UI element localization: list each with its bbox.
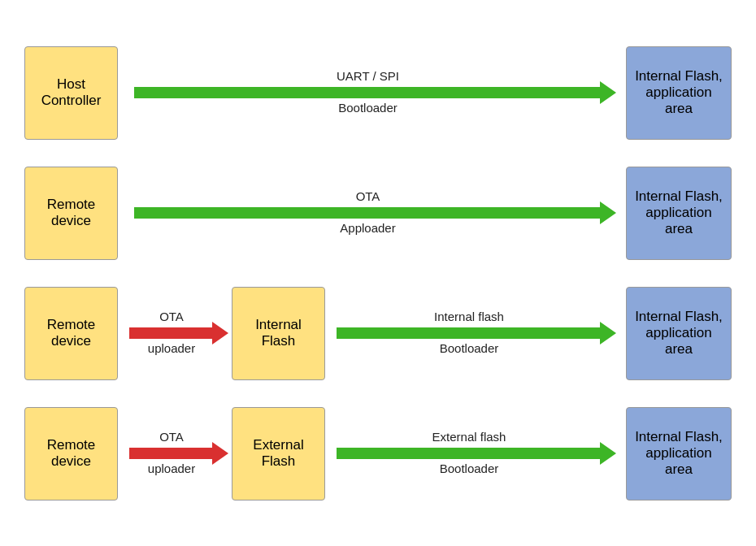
mid-box-4: External Flash	[232, 407, 325, 500]
diagram: Host Controller UART / SPI Bootloader In…	[0, 24, 756, 522]
arrow2-line-3	[337, 326, 602, 340]
green-arrow-1	[134, 87, 602, 98]
arrow-2: OTA Apploader	[118, 188, 626, 238]
arrow2-3: Internal flash Bootloader	[325, 309, 626, 358]
source-label-2: Remote device	[47, 197, 96, 229]
green-arrow-2	[134, 207, 602, 219]
row-2: Remote device OTA Apploader Internal Fla…	[24, 160, 732, 266]
arrow1-label-bottom-4: uploader	[148, 461, 195, 477]
arrow1-label-top-4: OTA	[159, 429, 184, 445]
dest-box-3: Internal Flash, application area	[626, 287, 732, 380]
dest-box-4: Internal Flash, application area	[626, 407, 732, 500]
mid-label-4: External Flash	[253, 437, 303, 470]
arrow1-4: OTA uploader	[118, 429, 232, 479]
arrow2-4: External flash Bootloader	[325, 429, 626, 479]
source-label-3: Remote device	[47, 317, 96, 349]
dest-label-2: Internal Flash, application area	[635, 188, 723, 237]
arrow1-3: OTA uploader	[118, 309, 232, 358]
red-arrow-3	[129, 327, 214, 339]
green-arrow-3	[337, 327, 602, 339]
arrow2-label-bottom-4: Bootloader	[440, 461, 499, 477]
dest-label-1: Internal Flash, application area	[635, 68, 723, 117]
dest-label-4: Internal Flash, application area	[635, 429, 723, 478]
arrow2-label-top-3: Internal flash	[434, 309, 504, 325]
source-box-4: Remote device	[24, 407, 118, 500]
red-arrow-4	[129, 448, 214, 459]
arrow2-label-bottom-3: Bootloader	[440, 340, 499, 357]
row-1: Host Controller UART / SPI Bootloader In…	[24, 40, 732, 145]
source-box-1: Host Controller	[24, 46, 118, 140]
arrow-line-1	[134, 85, 602, 100]
source-box-2: Remote device	[24, 167, 118, 260]
arrow-label-top-1: UART / SPI	[337, 68, 399, 84]
arrow-label-top-2: OTA	[356, 188, 380, 205]
mid-box-3: Internal Flash	[232, 287, 325, 380]
mid-label-3: Internal Flash	[255, 317, 302, 349]
arrow-label-bottom-2: Apploader	[340, 220, 395, 236]
arrow2-line-4	[337, 446, 602, 461]
row-3: Remote device OTA uploader Internal Flas…	[24, 280, 732, 386]
dest-label-3: Internal Flash, application area	[635, 309, 723, 358]
arrow-label-bottom-1: Bootloader	[338, 100, 398, 116]
arrow1-line-3	[129, 326, 214, 340]
green-arrow-4	[337, 448, 602, 459]
source-box-3: Remote device	[24, 287, 118, 380]
arrow1-label-top-3: OTA	[159, 309, 184, 325]
dest-box-1: Internal Flash, application area	[626, 46, 732, 140]
row-4: Remote device OTA uploader External Flas…	[24, 401, 732, 506]
arrow1-label-bottom-3: uploader	[148, 340, 195, 357]
arrow2-label-top-4: External flash	[432, 429, 506, 445]
dest-box-2: Internal Flash, application area	[626, 167, 732, 260]
arrow-1: UART / SPI Bootloader	[118, 68, 626, 118]
source-label-1: Host Controller	[41, 76, 102, 109]
source-label-4: Remote device	[47, 437, 96, 470]
arrow-line-2	[134, 206, 602, 220]
arrow1-line-4	[129, 446, 214, 461]
